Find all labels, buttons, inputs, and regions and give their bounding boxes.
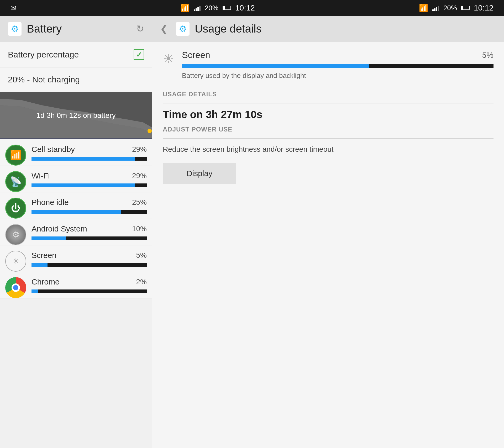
time-right: 10:12 [474, 3, 494, 12]
wifi-bar-container [32, 183, 147, 187]
power-icon: ⏻ [11, 203, 20, 214]
cell-standby-name: Cell standby [32, 145, 75, 154]
status-bar-center: 📶 20% 10:12 [180, 3, 255, 12]
chrome-bar [32, 289, 38, 293]
cell-standby-bar-container [32, 157, 147, 161]
right-panel-content: ☀ Screen 5% Battery used by the display … [152, 42, 504, 448]
chrome-bar-container [32, 289, 147, 293]
right-panel-header: ❮ ⚙ Usage details [152, 16, 504, 42]
signal-icon: 📶 [10, 150, 22, 161]
cell-standby-header: Cell standby 29% [32, 145, 147, 154]
usage-gear-symbol: ⚙ [179, 24, 187, 34]
wifi-symbol: 📡 [10, 176, 22, 187]
screen-bar [32, 263, 48, 267]
not-charging-row: 20% - Not charging [0, 67, 152, 92]
android-system-bar-container [32, 236, 147, 240]
not-charging-label: 20% - Not charging [8, 75, 80, 84]
screen-usage-header: Screen 5% [182, 50, 494, 60]
screen-bar-right [182, 64, 369, 68]
adjust-power-use-label: ADJUST POWER USE [163, 126, 494, 133]
wifi-item-icon: 📡 [5, 171, 26, 192]
divider-3 [163, 138, 494, 139]
back-arrow-icon[interactable]: ❮ [160, 23, 168, 34]
cell-standby-content: Cell standby 29% [32, 145, 147, 165]
battery-item-android-system[interactable]: ⚙ Android System 10% [0, 219, 152, 245]
android-system-content: Android System 10% [32, 224, 147, 245]
phone-idle-icon: ⏻ [5, 198, 26, 219]
android-system-name: Android System [32, 224, 87, 233]
battery-percentage-checkbox[interactable] [134, 49, 144, 60]
refresh-icon[interactable]: ↻ [136, 23, 144, 34]
wifi-percent: 29% [132, 172, 147, 180]
screen-bar-right-container [182, 64, 494, 68]
svg-point-2 [148, 129, 152, 133]
battery-icon-right [461, 6, 470, 10]
left-panel-header: ⚙ Battery ↻ [0, 16, 152, 42]
battery-icon-center [223, 6, 231, 10]
phone-idle-name: Phone idle [32, 198, 69, 207]
chrome-content: Chrome 2% [32, 277, 147, 298]
header-actions: ↻ [136, 23, 144, 34]
signal-bars [194, 5, 201, 11]
battery-percent-center: 20% [205, 4, 218, 12]
signal-bars-right [432, 5, 439, 11]
battery-item-phone-idle[interactable]: ⏻ Phone idle 25% [0, 192, 152, 219]
divider-2 [163, 103, 494, 103]
android-system-bar [32, 236, 66, 240]
wifi-bar [32, 183, 135, 187]
battery-title: Battery [27, 23, 62, 35]
phone-idle-header: Phone idle 25% [32, 198, 147, 207]
chart-time-label: 1d 3h 0m 12s on battery [36, 111, 116, 120]
screen-name: Screen [32, 251, 56, 260]
wifi-name: Wi-Fi [32, 171, 50, 180]
divider-1 [163, 85, 494, 85]
screen-usage-content: Screen 5% Battery used by the display an… [182, 50, 494, 80]
screen-usage-row: ☀ Screen 5% Battery used by the display … [163, 50, 494, 80]
screen-content: Screen 5% [32, 251, 147, 271]
cell-standby-bar [32, 157, 135, 161]
status-bar: ✉ 📶 20% 10:12 📶 20% 10:12 [0, 0, 504, 16]
chrome-icon [5, 277, 26, 298]
left-panel: ⚙ Battery ↻ Battery percentage 20% - Not… [0, 16, 152, 448]
chrome-header: Chrome 2% [32, 277, 147, 286]
time-center: 10:12 [235, 3, 255, 12]
screen-description: Battery used by the display and backligh… [182, 72, 306, 80]
screen-header: Screen 5% [32, 251, 147, 260]
screen-percent: 5% [136, 251, 147, 260]
screen-usage-name: Screen [182, 50, 210, 60]
status-bar-right: 📶 20% 10:12 [419, 3, 494, 12]
usage-details-section-label: USAGE DETAILS [163, 91, 494, 98]
battery-percentage-label: Battery percentage [8, 50, 134, 60]
main-container: ⚙ Battery ↻ Battery percentage 20% - Not… [0, 16, 504, 448]
battery-percentage-row[interactable]: Battery percentage [0, 42, 152, 67]
battery-item-cell-standby[interactable]: 📶 Cell standby 29% [0, 139, 152, 166]
battery-chart: 1d 3h 0m 12s on battery [0, 92, 152, 139]
android-system-header: Android System 10% [32, 224, 147, 233]
screen-list-icon: ☀ [5, 251, 26, 272]
battery-item-screen[interactable]: ☀ Screen 5% [0, 245, 152, 272]
android-system-icon: ⚙ [5, 224, 26, 245]
phone-idle-bar-container [32, 210, 147, 214]
usage-gear-icon: ⚙ [176, 22, 190, 36]
android-system-percent: 10% [132, 225, 147, 233]
gear-symbol: ⚙ [11, 24, 19, 34]
phone-idle-content: Phone idle 25% [32, 198, 147, 218]
time-on-battery: Time on 3h 27m 10s [163, 109, 494, 120]
cell-standby-icon: 📶 [5, 145, 26, 166]
battery-item-wifi[interactable]: 📡 Wi-Fi 29% [0, 166, 152, 192]
right-panel: ❮ ⚙ Usage details ☀ Screen 5% Bat [152, 16, 504, 448]
battery-item-chrome[interactable]: Chrome 2% [0, 272, 152, 298]
phone-idle-percent: 25% [132, 198, 147, 207]
phone-idle-bar [32, 210, 121, 214]
status-bar-left: ✉ [10, 4, 16, 12]
wifi-content: Wi-Fi 29% [32, 171, 147, 192]
screen-usage-icon: ☀ [163, 51, 174, 66]
display-button[interactable]: Display [163, 163, 236, 184]
android-icon-symbol: ⚙ [12, 230, 20, 240]
screen-usage-percent: 5% [482, 51, 494, 60]
screen-icon-symbol: ☀ [12, 256, 20, 266]
wifi-header: Wi-Fi 29% [32, 171, 147, 180]
battery-gear-icon: ⚙ [8, 22, 22, 36]
chrome-name: Chrome [32, 277, 60, 286]
cell-standby-percent: 29% [132, 145, 147, 154]
